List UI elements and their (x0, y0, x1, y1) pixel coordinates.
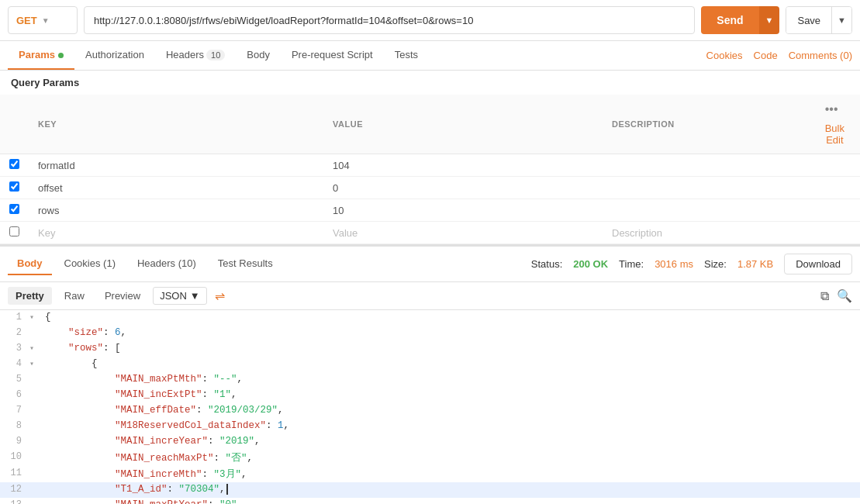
row3-checkbox[interactable] (9, 204, 19, 214)
line-number: 5 (0, 372, 29, 388)
line-number: 1 (0, 310, 29, 326)
fold-indicator (29, 498, 42, 504)
resp-tab-cookies[interactable]: Cookies (1) (55, 253, 125, 275)
format-label: JSON (160, 290, 187, 302)
code-area[interactable]: 1▾{2 "size": 6,3▾ "rows": [4▾ {5 "MAIN_m… (0, 310, 860, 504)
code-link[interactable]: Code (754, 50, 778, 61)
line-content: "MAIN_reachMaxPt": "否", (42, 450, 860, 466)
row2-desc-input[interactable] (612, 182, 800, 194)
bulk-edit-button[interactable]: Bulk Edit (819, 119, 851, 149)
line-content: "size": 6, (42, 326, 860, 341)
placeholder-checkbox[interactable] (9, 226, 19, 236)
comments-link[interactable]: Comments (0) (789, 50, 852, 61)
table-row (0, 199, 860, 222)
th-actions: ••• Bulk Edit (810, 95, 860, 154)
row2-value-input[interactable] (333, 182, 593, 194)
wrap-icon[interactable]: ⇌ (215, 288, 225, 303)
code-line-4: 4▾ { (0, 357, 860, 372)
query-params-title: Query Params (0, 71, 860, 95)
search-icon[interactable]: 🔍 (837, 288, 852, 303)
row3-desc-input[interactable] (612, 205, 800, 216)
row2-key-input[interactable] (38, 182, 314, 194)
copy-icon[interactable]: ⧉ (820, 289, 829, 303)
table-row (0, 154, 860, 177)
tab-pre-request-script[interactable]: Pre-request Script (281, 41, 384, 70)
code-line-9: 9 "MAIN_increYear": "2019", (0, 434, 860, 450)
row1-checkbox[interactable] (9, 159, 19, 169)
fold-indicator (29, 388, 42, 403)
fold-indicator[interactable]: ▾ (29, 341, 42, 357)
line-content: "MAIN_effDate": "2019/03/29", (42, 403, 860, 419)
code-line-10: 10 "MAIN_reachMaxPt": "否", (0, 450, 860, 466)
tab-params[interactable]: Params (8, 41, 74, 70)
placeholder-value-input[interactable] (333, 227, 593, 239)
query-params-section: Query Params KEY VALUE DESCRIPTION ••• B… (0, 71, 860, 244)
row1-key-input[interactable] (38, 160, 314, 171)
line-number: 4 (0, 357, 29, 372)
method-select[interactable]: GET ▼ (8, 6, 78, 34)
row1-value-input[interactable] (333, 160, 593, 171)
code-line-13: 13 "MAIN_maxPtYear": "0", (0, 498, 860, 504)
format-bar: Pretty Raw Preview JSON ▼ ⇌ ⧉ 🔍 (0, 282, 860, 310)
method-label: GET (16, 15, 37, 26)
save-dropdown-button[interactable]: ▼ (831, 7, 851, 33)
resp-tab-test-results[interactable]: Test Results (209, 253, 282, 275)
line-number: 13 (0, 498, 29, 504)
url-input[interactable] (84, 6, 695, 34)
line-content: "MAIN_incExtPt": "1", (42, 388, 860, 403)
fold-indicator (29, 434, 42, 450)
status-value: 200 OK (573, 258, 608, 270)
line-number: 3 (0, 341, 29, 357)
resp-tab-body[interactable]: Body (8, 253, 52, 275)
response-bar: Body Cookies (1) Headers (10) Test Resul… (0, 244, 860, 282)
row3-value-input[interactable] (333, 205, 593, 216)
fmt-tab-pretty[interactable]: Pretty (8, 287, 52, 305)
row3-key-input[interactable] (38, 205, 314, 216)
params-table: KEY VALUE DESCRIPTION ••• Bulk Edit (0, 95, 860, 244)
cookies-link[interactable]: Cookies (706, 50, 743, 61)
send-dropdown-button[interactable]: ▼ (759, 6, 780, 34)
row1-desc-input[interactable] (612, 160, 800, 171)
line-content: { (42, 357, 860, 372)
fold-indicator[interactable]: ▾ (29, 310, 42, 326)
more-options-button[interactable]: ••• (819, 99, 844, 119)
th-value: VALUE (323, 95, 603, 154)
save-button[interactable]: Save (786, 7, 831, 33)
placeholder-desc-input[interactable] (612, 227, 800, 239)
size-value: 1.87 KB (737, 258, 773, 270)
line-content: "MAIN_maxPtMth": "--", (42, 372, 860, 388)
tab-tests[interactable]: Tests (384, 41, 429, 70)
size-label: Size: (704, 258, 727, 270)
code-line-6: 6 "MAIN_incExtPt": "1", (0, 388, 860, 403)
time-value: 3016 ms (654, 258, 693, 270)
table-row (0, 177, 860, 199)
fmt-tab-preview[interactable]: Preview (97, 287, 148, 305)
line-content: "M18ReservedCol_dataIndex": 1, (42, 419, 860, 434)
resp-tab-headers[interactable]: Headers (10) (128, 253, 206, 275)
code-line-5: 5 "MAIN_maxPtMth": "--", (0, 372, 860, 388)
time-label: Time: (619, 258, 644, 270)
placeholder-key-input[interactable] (38, 227, 314, 239)
code-line-1: 1▾{ (0, 310, 860, 326)
line-content: "T1_A_id": "70304", (42, 482, 860, 498)
text-cursor (226, 484, 228, 495)
line-number: 7 (0, 403, 29, 419)
line-number: 9 (0, 434, 29, 450)
line-number: 6 (0, 388, 29, 403)
params-dot (58, 53, 64, 58)
code-line-3: 3▾ "rows": [ (0, 341, 860, 357)
fold-indicator (29, 372, 42, 388)
fold-indicator (29, 326, 42, 341)
fmt-tab-raw[interactable]: Raw (57, 287, 92, 305)
tab-body[interactable]: Body (236, 41, 281, 70)
download-button[interactable]: Download (784, 254, 852, 274)
send-button[interactable]: Send (701, 6, 758, 34)
line-number: 8 (0, 419, 29, 434)
row2-checkbox[interactable] (9, 181, 19, 192)
format-select[interactable]: JSON ▼ (153, 287, 207, 305)
tab-authorization[interactable]: Authorization (74, 41, 155, 70)
fold-indicator[interactable]: ▾ (29, 357, 42, 372)
th-key: KEY (29, 95, 323, 154)
tab-headers[interactable]: Headers10 (155, 41, 236, 70)
format-right-icons: ⧉ 🔍 (820, 288, 852, 303)
